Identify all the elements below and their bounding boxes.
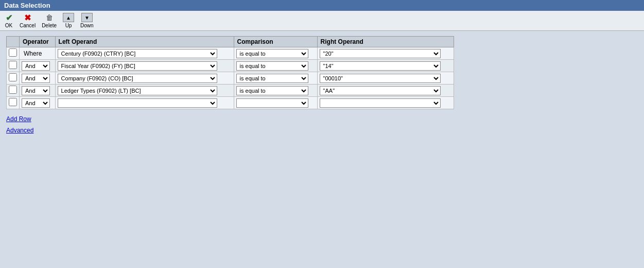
right-operand-select[interactable] bbox=[320, 98, 441, 108]
comparison-select[interactable]: is equal to bbox=[236, 49, 308, 58]
left-operand-select[interactable] bbox=[58, 98, 217, 108]
operator-select[interactable]: AndOr bbox=[22, 86, 50, 95]
left-operand-select[interactable]: Company (F0902) (CO) [BC] bbox=[58, 74, 217, 83]
col-header-comparison: Comparison bbox=[234, 37, 317, 47]
right-operand-select[interactable]: "AA" bbox=[320, 86, 441, 95]
data-selection-table: Operator Left Operand Comparison Right O… bbox=[6, 36, 454, 109]
comparison-select[interactable]: is equal to bbox=[236, 86, 308, 95]
operator-select[interactable]: AndOr bbox=[22, 74, 50, 83]
down-button[interactable]: ▼ Down bbox=[80, 13, 94, 28]
row-checkbox[interactable] bbox=[9, 86, 17, 94]
table-row: AndOr bbox=[7, 97, 454, 109]
col-header-operator: Operator bbox=[20, 37, 56, 47]
table-row: AndOrFiscal Year (F0902) (FY) [BC]is equ… bbox=[7, 60, 454, 72]
col-header-right-operand: Right Operand bbox=[317, 37, 454, 47]
comparison-select[interactable]: is equal to bbox=[236, 74, 308, 83]
right-operand-select[interactable]: "14" bbox=[320, 61, 441, 71]
up-arrow-icon: ▲ bbox=[63, 13, 74, 22]
table-row: AndOrCompany (F0902) (CO) [BC]is equal t… bbox=[7, 72, 454, 85]
left-operand-select[interactable]: Fiscal Year (F0902) (FY) [BC] bbox=[58, 61, 217, 71]
comparison-select[interactable]: is equal to bbox=[236, 61, 308, 71]
table-row: AndOrLedger Types (F0902) (LT) [BC]is eq… bbox=[7, 85, 454, 97]
row-checkbox[interactable] bbox=[9, 73, 17, 81]
left-operand-select[interactable]: Ledger Types (F0902) (LT) [BC] bbox=[58, 86, 217, 95]
add-row-link[interactable]: Add Row bbox=[6, 115, 638, 123]
toolbar: ✔ OK ✖ Cancel 🗑 Delete ▲ Up ▼ Down bbox=[0, 11, 644, 31]
col-header-checkbox bbox=[7, 37, 20, 47]
ok-icon: ✔ bbox=[4, 13, 13, 22]
col-header-left-operand: Left Operand bbox=[55, 37, 234, 47]
ok-button[interactable]: ✔ OK bbox=[4, 13, 13, 28]
comparison-select[interactable] bbox=[236, 98, 308, 108]
operator-select[interactable]: AndOr bbox=[22, 98, 50, 108]
trash-icon: 🗑 bbox=[45, 13, 54, 22]
up-button[interactable]: ▲ Up bbox=[63, 13, 74, 28]
down-arrow-icon: ▼ bbox=[81, 13, 93, 22]
operator-select[interactable]: AndOr bbox=[22, 61, 50, 71]
title-bar: Data Selection bbox=[0, 0, 644, 11]
row-checkbox[interactable] bbox=[9, 98, 17, 106]
row-checkbox[interactable] bbox=[9, 61, 17, 69]
row-checkbox[interactable] bbox=[9, 48, 17, 57]
where-label: Where bbox=[22, 49, 44, 58]
right-operand-select[interactable]: "00010" bbox=[320, 74, 441, 83]
advanced-link[interactable]: Advanced bbox=[6, 127, 638, 134]
delete-button[interactable]: 🗑 Delete bbox=[42, 13, 57, 28]
cancel-button[interactable]: ✖ Cancel bbox=[20, 13, 36, 28]
right-operand-select[interactable]: "20" bbox=[320, 49, 441, 58]
left-operand-select[interactable]: Century (F0902) (CTRY) [BC] bbox=[58, 49, 217, 58]
cancel-icon: ✖ bbox=[23, 13, 32, 22]
table-row: WhereCentury (F0902) (CTRY) [BC]is equal… bbox=[7, 47, 454, 60]
